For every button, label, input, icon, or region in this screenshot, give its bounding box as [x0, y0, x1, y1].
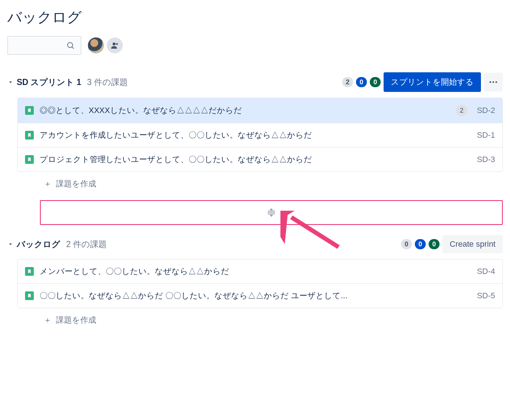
story-icon — [25, 267, 34, 276]
backlog-badge-inprogress: 0 — [415, 239, 426, 249]
create-issue-button[interactable]: ＋ 課題を作成 — [7, 172, 503, 196]
story-icon — [25, 106, 34, 115]
sprint-header: SD スプリント 1 3 件の課題 2 0 0 スプリントを開始する — [7, 69, 503, 95]
story-icon — [25, 155, 34, 164]
search-icon — [66, 41, 75, 50]
issue-key: SD-1 — [473, 130, 495, 140]
chevron-down-icon[interactable] — [7, 241, 14, 247]
add-user-button[interactable] — [107, 37, 123, 53]
create-issue-button[interactable]: ＋ 課題を作成 — [7, 308, 503, 332]
svg-point-5 — [495, 81, 497, 83]
drag-handle-icon — [268, 208, 275, 217]
create-issue-label: 課題を作成 — [56, 178, 96, 189]
backlog-badge-done: 0 — [429, 239, 440, 249]
create-issue-label: 課題を作成 — [56, 315, 96, 326]
start-sprint-button[interactable]: スプリントを開始する — [384, 72, 481, 92]
backlog-badge-todo: 0 — [401, 239, 412, 249]
plus-icon: ＋ — [44, 315, 52, 326]
issue-title: プロジェクト管理したいユーザとして、〇〇したい。なぜなら△△からだ — [40, 154, 468, 165]
issue-key: SD-2 — [473, 106, 495, 115]
more-icon — [488, 77, 498, 87]
sprint-divider[interactable] — [40, 200, 503, 225]
page-title: バックログ — [7, 7, 503, 27]
issue-key: SD-4 — [473, 267, 495, 276]
issue-row[interactable]: プロジェクト管理したいユーザとして、〇〇したい。なぜなら△△からだ SD-3 — [18, 148, 502, 171]
svg-line-1 — [72, 47, 74, 49]
more-actions-button[interactable] — [484, 73, 503, 92]
plus-icon: ＋ — [44, 178, 52, 189]
story-icon — [25, 131, 34, 140]
backlog-header: バックログ 2 件の課題 0 0 0 Create sprint — [7, 232, 503, 256]
svg-point-4 — [493, 81, 494, 83]
svg-point-0 — [68, 43, 73, 48]
issue-title: 〇〇したい。なぜなら△△からだ 〇〇したい。なぜなら△△からだ ユーザとして..… — [40, 290, 468, 301]
sprint-badge-done: 0 — [370, 77, 381, 87]
story-icon — [25, 291, 34, 300]
backlog-issue-list: メンバーとして、〇〇したい。なぜなら△△からだ SD-4 〇〇したい。なぜなら△… — [17, 259, 503, 308]
issue-title: メンバーとして、〇〇したい。なぜなら△△からだ — [40, 266, 468, 277]
sprint-badge-inprogress: 0 — [356, 77, 367, 87]
sprint-badge-todo: 2 — [342, 77, 353, 87]
issue-row[interactable]: 〇〇したい。なぜなら△△からだ 〇〇したい。なぜなら△△からだ ユーザとして..… — [18, 284, 502, 308]
sprint-name: SD スプリント 1 — [17, 77, 81, 88]
create-sprint-button[interactable]: Create sprint — [442, 235, 503, 253]
issue-estimate: 2 — [456, 105, 468, 116]
issue-row[interactable]: アカウントを作成したいユーザとして、〇〇したい。なぜなら△△からだ SD-1 — [18, 123, 502, 148]
svg-point-2 — [113, 43, 116, 45]
chevron-down-icon[interactable] — [7, 79, 14, 85]
issue-key: SD-3 — [473, 155, 495, 164]
issue-key: SD-5 — [473, 291, 495, 300]
issue-title: アカウントを作成したいユーザとして、〇〇したい。なぜなら△△からだ — [40, 130, 468, 141]
sprint-count: 3 件の課題 — [87, 77, 128, 88]
backlog-count: 2 件の課題 — [66, 239, 107, 250]
backlog-name: バックログ — [17, 239, 60, 250]
add-user-icon — [110, 41, 119, 50]
issue-title: ◎◎として、XXXXしたい。なぜなら△△△△だからだ — [40, 105, 450, 116]
issue-row[interactable]: メンバーとして、〇〇したい。なぜなら△△からだ SD-4 — [18, 259, 502, 284]
issue-row[interactable]: ◎◎として、XXXXしたい。なぜなら△△△△だからだ 2 SD-2 — [18, 98, 502, 123]
svg-point-3 — [490, 81, 491, 83]
avatar[interactable] — [87, 37, 105, 54]
search-input[interactable] — [7, 36, 81, 55]
sprint-issue-list: ◎◎として、XXXXしたい。なぜなら△△△△だからだ 2 SD-2 アカウントを… — [17, 98, 503, 172]
toolbar — [7, 36, 503, 55]
